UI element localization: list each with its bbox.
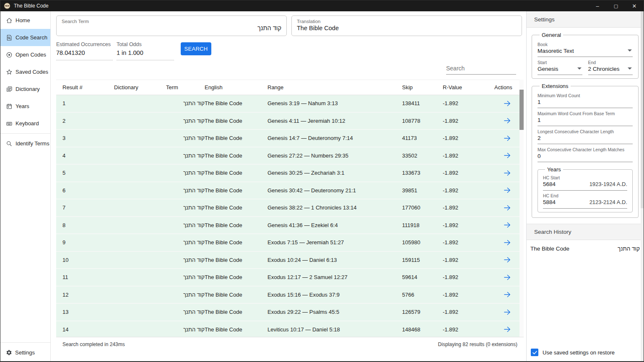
settings-scrollbar-thumb[interactable]: [641, 11, 644, 208]
settings-scrollbar[interactable]: [641, 11, 644, 361]
results-scrollbar-thumb[interactable]: [519, 90, 524, 130]
open-result-button[interactable]: [494, 238, 519, 247]
table-row[interactable]: 9קוד התנךThe Bible CodeExodus 7:15 — Jer…: [56, 234, 519, 252]
cell-term: קוד התנך: [166, 274, 205, 280]
cell-skip: 159115: [402, 257, 443, 263]
open-result-button[interactable]: [494, 221, 519, 229]
start-book-select[interactable]: Start Genesis: [538, 60, 582, 75]
open-result-button[interactable]: [494, 204, 519, 212]
results-count-text: Displaying 82 results (0 extensions): [438, 341, 517, 347]
open-result-button[interactable]: [494, 186, 519, 194]
table-row[interactable]: 13קוד התנךThe Bible CodeExodus 29:22 — P…: [56, 304, 519, 321]
hc-end-field[interactable]: HC End 5884 2123-2124 A.D.: [543, 193, 627, 209]
table-row[interactable]: 12קוד התנךThe Bible CodeExodus 15:16 — E…: [56, 287, 519, 304]
chevron-down-icon: [577, 67, 582, 70]
open-result-button[interactable]: [494, 134, 519, 142]
cell-english: The Bible Code: [205, 100, 267, 106]
longest-consecutive-length-field[interactable]: Longest Consecutive Character Length 2: [538, 129, 633, 144]
minimize-button[interactable]: –: [588, 0, 607, 11]
cell-result: 11: [62, 274, 114, 280]
cell-term: קוד התנך: [166, 309, 205, 315]
cell-skip: 133673: [402, 170, 443, 176]
cell-range: Genesis 30:42 — Deuteronomy 21:1: [267, 187, 402, 194]
cell-range: Exodus 15:16 — Exodus 37:9: [267, 292, 402, 298]
table-row[interactable]: 7קוד התנךThe Bible CodeGenesis 38:22 — 1…: [56, 199, 519, 217]
cell-result: 2: [62, 118, 114, 124]
open-result-button[interactable]: [494, 116, 519, 125]
cell-result: 12: [62, 292, 114, 298]
restore-settings-checkbox[interactable]: [531, 349, 538, 356]
sidebar-item-years[interactable]: Years: [0, 98, 50, 115]
min-word-count-field[interactable]: Minimum Word Count 1: [538, 93, 633, 108]
sidebar-item-saved-codes[interactable]: Saved Codes: [0, 63, 50, 80]
maximize-button[interactable]: ▢: [607, 0, 625, 11]
search-history-item[interactable]: The Bible Codeקוד התנך: [527, 240, 644, 257]
sidebar-item-open-codes[interactable]: Open Codes: [0, 46, 50, 63]
results-filter-input[interactable]: [446, 65, 522, 72]
table-row[interactable]: 5קוד התנךThe Bible CodeGenesis 30:25 — Z…: [56, 165, 519, 182]
search-button[interactable]: SEARCH: [181, 42, 211, 55]
open-result-button[interactable]: [494, 169, 519, 177]
table-row[interactable]: 4קוד התנךThe Bible CodeGenesis 27:22 — N…: [56, 147, 519, 165]
table-row[interactable]: 14קוד התנךThe Bible CodeLeviticus 10:17 …: [56, 321, 519, 337]
cell-r-value: -1.892: [443, 153, 494, 159]
cell-result: 1: [62, 100, 114, 106]
translation-field[interactable]: Translation: [291, 16, 522, 36]
table-row[interactable]: 11קוד התנךThe Bible CodeExodus 12:17 — 2…: [56, 269, 519, 287]
search-duration-text: Search completed in 243ms: [62, 341, 125, 347]
table-header: Result # Dictionary Term English Range S…: [56, 80, 519, 95]
table-row[interactable]: 6קוד התנךThe Bible CodeGenesis 30:42 — D…: [56, 182, 519, 200]
window-controls: – ▢ ✕: [588, 0, 644, 11]
sidebar-item-settings[interactable]: Settings: [0, 344, 50, 361]
cell-result: 13: [62, 309, 114, 315]
cell-r-value: -1.892: [443, 222, 494, 228]
sidebar-item-dictionary[interactable]: Dictionary: [0, 80, 50, 98]
cell-range: Exodus 29:22 — Psalms 45:5: [267, 309, 402, 315]
table-row[interactable]: 10קוד התנךThe Bible CodeExodus 10:24 — D…: [56, 252, 519, 269]
open-result-button[interactable]: [494, 273, 519, 282]
book-select[interactable]: Book Masoretic Text: [538, 42, 633, 57]
open-result-button[interactable]: [494, 256, 519, 264]
search-term-field[interactable]: Search Term: [56, 16, 287, 36]
open-result-button[interactable]: [494, 151, 519, 160]
open-result-button[interactable]: [494, 99, 519, 108]
restore-settings-row[interactable]: Use saved settings on restore: [527, 349, 644, 361]
results-footer: Search completed in 243ms Displaying 82 …: [56, 337, 524, 352]
sidebar-item-keyboard[interactable]: Keyboard: [0, 115, 50, 132]
cell-english: The Bible Code: [205, 135, 267, 141]
table-row[interactable]: 2קוד התנךThe Bible CodeGenesis 4:11 — Je…: [56, 113, 519, 130]
translation-input[interactable]: [297, 25, 517, 31]
cell-term: קוד התנך: [166, 118, 205, 124]
history-term: קוד התנך: [618, 246, 640, 252]
arrow-right-icon: [503, 325, 512, 334]
cell-range: Genesis 4:11 — Jeremiah 10:12: [267, 118, 402, 124]
results-scrollbar[interactable]: [519, 80, 524, 337]
cell-result: 6: [62, 187, 114, 194]
table-row[interactable]: 3קוד התנךThe Bible CodeGenesis 14:7 — De…: [56, 130, 519, 147]
cell-range: Genesis 14:7 — Deuteronomy 7:14: [267, 135, 402, 141]
search-history-list: The Bible Codeקוד התנך: [527, 240, 644, 257]
cell-range: Exodus 7:15 — Jeremiah 51:27: [267, 239, 402, 246]
search-term-input[interactable]: [62, 25, 281, 31]
sidebar-item-home[interactable]: Home: [0, 12, 50, 29]
column-header-skip: Skip: [402, 84, 443, 90]
cell-term: קוד התנך: [166, 257, 205, 263]
sidebar-item-code-search[interactable]: Code Search: [0, 29, 50, 46]
cell-english: The Bible Code: [205, 118, 267, 124]
table-row[interactable]: 1קוד התנךThe Bible CodeGenesis 3:19 — Na…: [56, 95, 519, 113]
end-book-select[interactable]: End 2 Chronicles: [588, 60, 633, 75]
cell-skip: 105980: [402, 239, 443, 246]
cell-result: 10: [62, 257, 114, 263]
table-row[interactable]: 8קוד התנךThe Bible CodeGenesis 41:36 — E…: [56, 217, 519, 235]
sidebar-item-identify-terms[interactable]: Identify Terms: [0, 135, 50, 152]
max-word-count-field[interactable]: Maximum Word Count From Base Term 1: [538, 111, 633, 126]
hc-start-field[interactable]: HC Start 5684 1923-1924 A.D.: [543, 175, 627, 191]
cell-term: קוד התנך: [166, 100, 205, 106]
close-button[interactable]: ✕: [625, 0, 644, 11]
cell-range: Genesis 30:25 — Zechariah 3:1: [267, 170, 402, 176]
results-filter-field[interactable]: [446, 65, 516, 75]
open-result-button[interactable]: [494, 325, 519, 334]
max-consecutive-matches-field[interactable]: Max Consecutive Character Length Matches…: [538, 147, 633, 162]
open-result-button[interactable]: [494, 290, 519, 299]
open-result-button[interactable]: [494, 308, 519, 316]
